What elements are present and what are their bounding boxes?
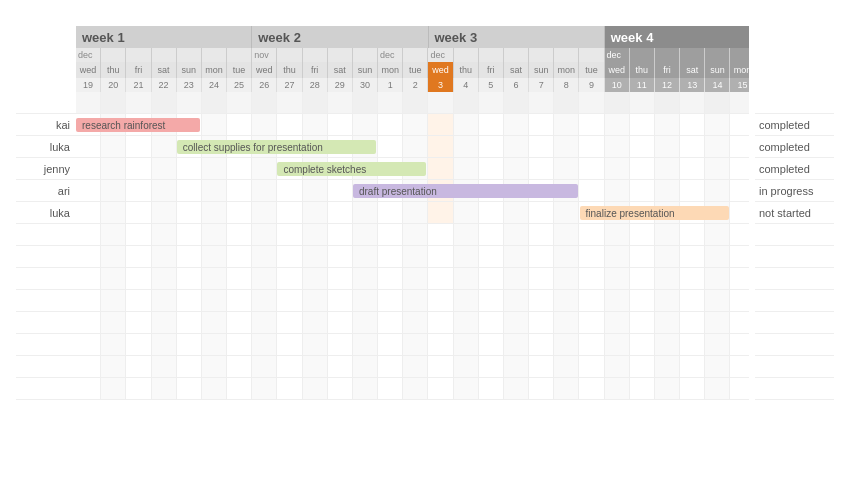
row-col-4-4 <box>177 202 202 223</box>
row-name-4: luka <box>16 202 76 224</box>
empty-col-1-7 <box>252 246 277 267</box>
row-col-3-0 <box>76 180 101 201</box>
row-col-1-17 <box>504 136 529 157</box>
empty-col-7-20 <box>579 378 604 399</box>
empty-col-4-14 <box>428 312 453 333</box>
empty-col-5-18 <box>529 334 554 355</box>
date-cell-9: 28 <box>303 78 328 92</box>
empty-col-6-25 <box>705 356 730 377</box>
gantt-row-4: finalize presentation <box>76 202 749 224</box>
row-col-0-25 <box>705 114 730 135</box>
row-col-4-5 <box>202 202 227 223</box>
empty-col-1-15 <box>454 246 479 267</box>
empty-col-5-8 <box>277 334 302 355</box>
empty-col-6-7 <box>252 356 277 377</box>
header-day-col-7 <box>252 92 277 113</box>
empty-col-6-10 <box>328 356 353 377</box>
month-cell-13 <box>403 48 428 62</box>
left-date-spacer <box>16 78 76 92</box>
empty-left-2 <box>16 268 76 290</box>
empty-gantt-row-1 <box>76 246 749 268</box>
empty-col-5-24 <box>680 334 705 355</box>
row-col-4-14 <box>428 202 453 223</box>
assigned-to-center-row <box>76 92 749 114</box>
empty-col-1-18 <box>529 246 554 267</box>
row-col-3-24 <box>680 180 705 201</box>
header-day-col-24 <box>680 92 705 113</box>
empty-col-5-10 <box>328 334 353 355</box>
empty-col-1-9 <box>303 246 328 267</box>
empty-col-1-22 <box>630 246 655 267</box>
empty-col-3-3 <box>152 290 177 311</box>
gantt-header: week 1week 2week 3week 4decnovdecdecdecw… <box>16 26 834 114</box>
empty-col-0-21 <box>605 224 630 245</box>
day-cell-17: sat <box>504 62 529 78</box>
month-cell-0: dec <box>76 48 101 62</box>
empty-col-7-4 <box>177 378 202 399</box>
header-day-col-2 <box>126 92 151 113</box>
day-row: wedthufrisatsunmontuewedthufrisatsunmont… <box>76 62 749 78</box>
empty-col-5-20 <box>579 334 604 355</box>
day-cell-9: fri <box>303 62 328 78</box>
empty-col-1-17 <box>504 246 529 267</box>
row-col-3-26 <box>730 180 749 201</box>
date-cell-18: 7 <box>529 78 554 92</box>
empty-col-7-8 <box>277 378 302 399</box>
empty-col-5-16 <box>479 334 504 355</box>
date-cell-6: 25 <box>227 78 252 92</box>
row-col-2-15 <box>454 158 479 179</box>
row-col-1-21 <box>605 136 630 157</box>
row-col-1-0 <box>76 136 101 157</box>
gantt-body: kailukajennyariluka research rainforestc… <box>16 114 834 400</box>
row-name-2: jenny <box>16 158 76 180</box>
day-cell-2: fri <box>126 62 151 78</box>
empty-col-1-11 <box>353 246 378 267</box>
empty-col-6-23 <box>655 356 680 377</box>
empty-col-4-20 <box>579 312 604 333</box>
empty-col-7-12 <box>378 378 403 399</box>
row-col-2-25 <box>705 158 730 179</box>
day-cell-11: sun <box>353 62 378 78</box>
date-cell-14: 3 <box>428 78 453 92</box>
left-day-spacer <box>16 62 76 78</box>
row-col-0-23 <box>655 114 680 135</box>
day-cell-23: fri <box>655 62 680 78</box>
empty-col-0-16 <box>479 224 504 245</box>
empty-col-1-12 <box>378 246 403 267</box>
month-cell-20 <box>579 48 604 62</box>
row-col-0-6 <box>227 114 252 135</box>
row-col-1-13 <box>403 136 428 157</box>
empty-col-3-22 <box>630 290 655 311</box>
date-cell-15: 4 <box>454 78 479 92</box>
empty-col-7-11 <box>353 378 378 399</box>
empty-col-2-20 <box>579 268 604 289</box>
date-cell-25: 14 <box>705 78 730 92</box>
empty-col-5-4 <box>177 334 202 355</box>
empty-col-3-18 <box>529 290 554 311</box>
header-day-col-13 <box>403 92 428 113</box>
empty-col-1-23 <box>655 246 680 267</box>
empty-col-1-14 <box>428 246 453 267</box>
empty-col-1-8 <box>277 246 302 267</box>
empty-left-3 <box>16 290 76 312</box>
empty-col-2-18 <box>529 268 554 289</box>
row-col-0-21 <box>605 114 630 135</box>
empty-col-5-19 <box>554 334 579 355</box>
empty-col-2-12 <box>378 268 403 289</box>
right-month-spacer <box>755 48 834 62</box>
gantt-bar-1: collect supplies for presentation <box>177 140 376 154</box>
day-cell-15: thu <box>454 62 479 78</box>
empty-col-2-3 <box>152 268 177 289</box>
day-cell-1: thu <box>101 62 126 78</box>
empty-col-0-6 <box>227 224 252 245</box>
empty-right-0 <box>755 224 834 246</box>
row-col-1-18 <box>529 136 554 157</box>
empty-col-6-21 <box>605 356 630 377</box>
date-cell-20: 9 <box>579 78 604 92</box>
row-col-4-10 <box>328 202 353 223</box>
empty-col-0-7 <box>252 224 277 245</box>
empty-col-4-5 <box>202 312 227 333</box>
gantt-row-2: complete sketches <box>76 158 749 180</box>
empty-col-0-0 <box>76 224 101 245</box>
header-day-col-14 <box>428 92 453 113</box>
